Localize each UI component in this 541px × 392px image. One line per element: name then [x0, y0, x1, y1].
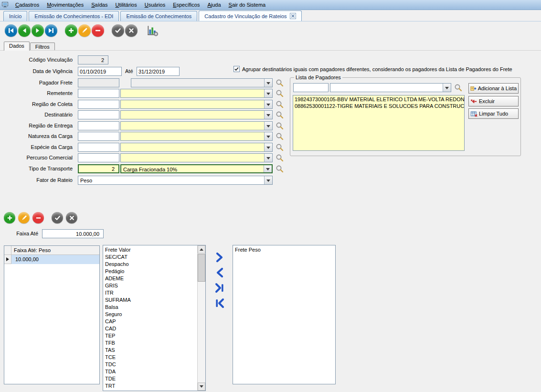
chevron-down-icon[interactable]: [264, 154, 272, 162]
move-all-right-button[interactable]: [213, 282, 226, 294]
list-item[interactable]: Despacho: [103, 261, 197, 268]
list-item[interactable]: 19824373000105-BBV MATERIAL ELETRICO LTD…: [293, 96, 464, 103]
delete-button[interactable]: [92, 24, 104, 37]
report-chart-button[interactable]: [145, 24, 159, 37]
chevron-down-icon[interactable]: [264, 111, 272, 119]
limpar-tudo-button[interactable]: Limpar Tudo: [468, 108, 519, 119]
list-item[interactable]: Pedágio: [103, 268, 197, 275]
menu-item-saidas[interactable]: Saídas: [87, 0, 111, 9]
chevron-down-icon[interactable]: [264, 122, 272, 130]
menu-item-movimentacoes[interactable]: Movimentações: [43, 0, 87, 9]
menu-item-usuarios[interactable]: Usuários: [141, 0, 169, 9]
excluir-button[interactable]: Excluir: [468, 96, 519, 106]
grid-cell[interactable]: 10.000,00: [11, 255, 99, 264]
pagador-frete-lookup-button[interactable]: [275, 78, 284, 87]
chevron-down-icon[interactable]: [264, 89, 272, 97]
natureza-carga-lookup-button[interactable]: [275, 132, 284, 141]
cancel-faixa-button[interactable]: [66, 212, 77, 223]
list-item[interactable]: TFB: [103, 339, 197, 347]
list-item[interactable]: ITR: [103, 289, 197, 297]
tab-filtros[interactable]: Filtros: [30, 42, 55, 51]
list-item[interactable]: CAP: [103, 318, 197, 325]
percurso-comercial-code-input[interactable]: [78, 153, 119, 162]
confirm-faixa-button[interactable]: [52, 212, 63, 223]
list-item[interactable]: TDA: [103, 368, 197, 375]
tab-cadastro-vinculacao-rateios[interactable]: Cadastro de Vinculação de Rateios: [199, 11, 301, 21]
table-row[interactable]: 10.000,00: [4, 255, 99, 264]
pagador-combo[interactable]: [330, 83, 451, 92]
cancel-button[interactable]: [125, 24, 138, 37]
list-item[interactable]: TAC: [103, 390, 197, 391]
chevron-down-icon[interactable]: [264, 176, 272, 184]
list-item[interactable]: TAS: [103, 347, 197, 354]
tab-inicio[interactable]: Início: [3, 11, 27, 21]
list-item[interactable]: SUFRAMA: [103, 297, 197, 304]
list-item[interactable]: TRT: [103, 382, 197, 390]
menu-item-sair-do-sistema[interactable]: Sair do Sistema: [225, 0, 270, 9]
edit-button[interactable]: [78, 24, 91, 37]
natureza-carga-combo[interactable]: [120, 132, 273, 141]
pagador-lookup-button[interactable]: [453, 83, 463, 92]
last-record-button[interactable]: [45, 24, 57, 37]
list-item[interactable]: ADEME: [103, 275, 197, 282]
previous-record-button[interactable]: [18, 24, 31, 37]
move-right-button[interactable]: [213, 251, 226, 264]
percurso-comercial-lookup-button[interactable]: [275, 153, 284, 162]
regiao-coleta-lookup-button[interactable]: [275, 100, 284, 109]
chevron-down-icon[interactable]: [443, 84, 451, 92]
list-item[interactable]: 08862530001122-TIGRE MATERIAIS E SOLUCOE…: [293, 103, 464, 109]
scroll-down-button[interactable]: [198, 382, 205, 391]
move-left-button[interactable]: [213, 266, 226, 279]
vertical-scrollbar[interactable]: [197, 245, 205, 391]
regiao-entrega-combo[interactable]: [120, 121, 273, 130]
regiao-entrega-code-input[interactable]: [78, 121, 119, 130]
next-record-button[interactable]: [32, 24, 44, 37]
especie-carga-combo[interactable]: [120, 143, 273, 152]
tab-dados[interactable]: Dados: [4, 42, 30, 51]
chevron-down-icon[interactable]: [264, 143, 272, 151]
percurso-comercial-combo[interactable]: [120, 153, 273, 162]
menu-item-ajuda[interactable]: Ajuda: [203, 0, 224, 9]
list-item[interactable]: TDE: [103, 375, 197, 382]
regiao-entrega-lookup-button[interactable]: [275, 121, 284, 130]
menu-item-especificos[interactable]: Específicos: [169, 0, 203, 9]
list-item[interactable]: CAD: [103, 325, 197, 332]
first-record-button[interactable]: [5, 24, 17, 37]
list-item[interactable]: TEP: [103, 332, 197, 339]
regiao-coleta-combo[interactable]: [120, 100, 273, 109]
tab-emissao-conhecimentos-edi[interactable]: Emissão de Conhecimentos - EDI: [29, 11, 119, 21]
delete-faixa-button[interactable]: [32, 212, 44, 223]
vigencia-inicio-input[interactable]: [78, 67, 122, 76]
confirm-button[interactable]: [112, 24, 124, 37]
pagadores-list[interactable]: 19824373000105-BBV MATERIAL ELETRICO LTD…: [293, 95, 465, 151]
close-icon[interactable]: [290, 13, 296, 19]
vigencia-fim-input[interactable]: [137, 67, 180, 76]
remetente-combo[interactable]: [120, 89, 273, 98]
remetente-lookup-button[interactable]: [275, 89, 284, 98]
adicionar-lista-button[interactable]: Adicionar à Lista: [468, 83, 519, 94]
tab-emissao-conhecimentos[interactable]: Emissão de Conhecimentos: [120, 11, 197, 21]
faixa-ate-input[interactable]: [42, 229, 104, 238]
list-item[interactable]: Balsa: [103, 304, 197, 311]
add-faixa-button[interactable]: [4, 212, 15, 223]
list-item[interactable]: SEC/CAT: [103, 254, 197, 261]
destinatario-code-input[interactable]: [78, 110, 119, 119]
list-item[interactable]: Frete Peso: [233, 246, 335, 254]
list-item[interactable]: Seguro: [103, 311, 197, 318]
chevron-down-icon[interactable]: [264, 165, 272, 172]
destinatario-combo[interactable]: [120, 110, 273, 119]
menu-item-utilitarios[interactable]: Utilitários: [111, 0, 140, 9]
regiao-coleta-code-input[interactable]: [78, 100, 119, 109]
available-components-list[interactable]: Frete Valor SEC/CAT Despacho Pedágio ADE…: [103, 245, 206, 391]
especie-carga-code-input[interactable]: [78, 143, 119, 152]
agrupar-checkbox[interactable]: [233, 66, 240, 72]
scrollbar-thumb[interactable]: [198, 254, 205, 282]
tipo-transporte-code-input[interactable]: [78, 164, 119, 173]
move-all-left-button[interactable]: [213, 297, 226, 309]
list-item[interactable]: Frete Valor: [103, 246, 197, 254]
destinatario-lookup-button[interactable]: [275, 110, 284, 119]
scroll-up-button[interactable]: [198, 245, 205, 254]
list-item[interactable]: TCE: [103, 354, 197, 361]
natureza-carga-code-input[interactable]: [78, 132, 119, 141]
chevron-down-icon[interactable]: [264, 132, 272, 140]
